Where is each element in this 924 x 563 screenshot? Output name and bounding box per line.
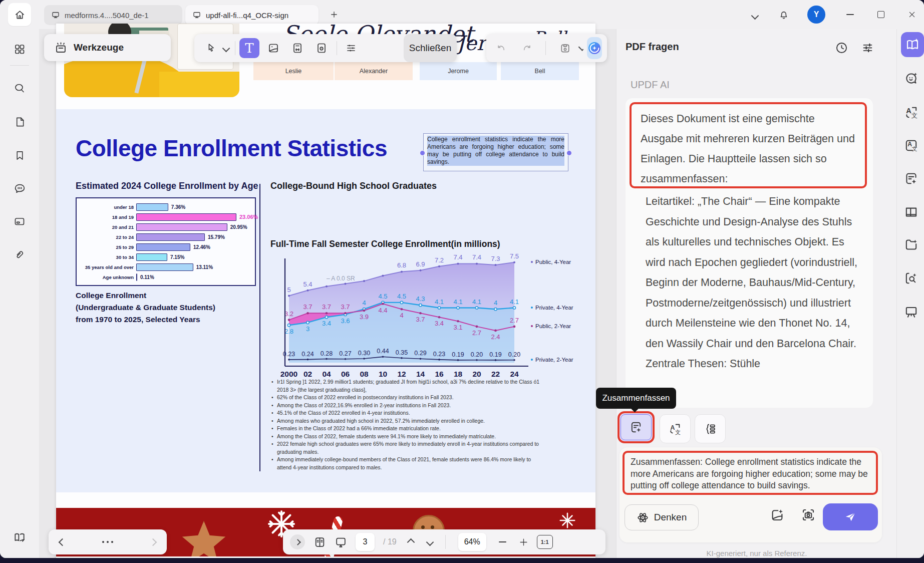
schliessen-label: Schließen <box>409 43 452 54</box>
summarize-doc-button[interactable] <box>903 170 919 186</box>
signature-field[interactable]: Alexander <box>335 62 413 80</box>
presentation-button[interactable] <box>335 536 347 548</box>
text-tool-button[interactable]: T <box>239 38 259 58</box>
properties-button[interactable] <box>341 38 361 58</box>
prompt-text-highlighted[interactable]: Zusammenfassen: College enrollment stati… <box>623 451 878 495</box>
svg-text:02: 02 <box>303 370 312 378</box>
cursor-tool-button[interactable] <box>201 38 221 58</box>
new-tab-button[interactable] <box>327 7 342 22</box>
svg-text:5: 5 <box>287 286 290 294</box>
ai-chat-button[interactable] <box>903 70 919 86</box>
ai-chat-icon <box>904 71 918 86</box>
svg-text:08: 08 <box>360 370 369 378</box>
nav-forward-button[interactable] <box>149 538 157 546</box>
bar <box>136 203 168 211</box>
pdf-bullet: 62% of the Class of 2022 enrolled in pos… <box>271 394 544 402</box>
pdf-bullet: Among the Class of 2022, female students… <box>271 433 544 441</box>
translate-text-button[interactable]: A 文 <box>903 104 919 120</box>
sidebar-reader-button[interactable] <box>10 527 30 547</box>
pdf-bullet: Females in the Class of 2022 had a 66% i… <box>271 425 544 433</box>
translate-text-icon: A 文 <box>904 105 918 120</box>
zoom-level: 64% <box>464 537 480 546</box>
translate-action-button[interactable]: A 文 <box>660 414 691 443</box>
svg-text:0.30: 0.30 <box>358 350 370 357</box>
svg-text:3.7: 3.7 <box>303 303 312 311</box>
summarize-action-button[interactable] <box>618 411 655 443</box>
minimize-button[interactable] <box>842 7 857 22</box>
ai-folder-button[interactable] <box>903 236 919 252</box>
tab-label: updf-all-fi...q4_OCR-sign <box>206 11 288 20</box>
signature-field[interactable]: Leslie <box>253 62 334 80</box>
selection-handle-right[interactable] <box>566 150 572 156</box>
add-image-icon <box>770 507 785 522</box>
summarize-doc-icon <box>904 171 918 186</box>
sidebar-apps-button[interactable] <box>10 39 30 59</box>
zoom-level-input[interactable]: 64% <box>458 533 486 551</box>
whiteboard-button[interactable] <box>903 304 919 320</box>
stamp-tool-button[interactable] <box>312 38 332 58</box>
send-button[interactable] <box>823 503 878 530</box>
page-icon <box>14 116 26 128</box>
svg-text:4.4: 4.4 <box>378 307 387 314</box>
sidebar-comments-button[interactable] <box>10 178 30 198</box>
add-image-button[interactable] <box>770 507 785 522</box>
edit-toolbar: T <box>194 34 457 62</box>
bar <box>136 263 193 271</box>
bar-row: under 187.36% <box>79 202 252 212</box>
schliessen-button[interactable]: Schließen <box>404 34 457 62</box>
sidebar-fields-button[interactable] <box>10 211 30 231</box>
tabs-overflow-button[interactable] <box>747 8 762 23</box>
expand-thumbnails-button[interactable] <box>290 534 305 549</box>
sidebar-pages-button[interactable] <box>10 112 30 132</box>
outline-action-button[interactable] <box>695 414 726 443</box>
bar-category-label: 30 to 34 <box>79 254 136 260</box>
maximize-button[interactable] <box>873 7 888 22</box>
werkzeuge-button[interactable]: Werkzeuge <box>44 34 171 61</box>
reader-book-button[interactable] <box>903 204 919 220</box>
notifications-button[interactable] <box>776 7 791 22</box>
link-tool-button[interactable] <box>287 38 307 58</box>
svg-text:4: 4 <box>362 299 366 307</box>
search-icon <box>14 82 26 94</box>
next-page-button[interactable] <box>426 538 434 546</box>
undo-button[interactable] <box>491 38 511 58</box>
selection-handle-left[interactable] <box>420 150 425 156</box>
gingerbread-star <box>181 521 226 556</box>
bar <box>136 243 190 251</box>
home-button[interactable] <box>8 3 31 26</box>
ai-search-button[interactable] <box>903 270 919 286</box>
signature-field[interactable]: Jerome <box>420 62 497 80</box>
more-pages-button[interactable] <box>102 541 113 543</box>
save-button[interactable] <box>555 38 575 58</box>
image-tool-button[interactable] <box>263 38 283 58</box>
zoom-in-button[interactable] <box>519 537 528 547</box>
pdf-page: Soole Olevandet Jer Bell LeslieAlexander… <box>56 24 595 558</box>
sidebar-search-button[interactable] <box>10 78 30 98</box>
save-dropdown-chevron[interactable] <box>578 46 584 51</box>
history-button[interactable] <box>835 41 848 55</box>
previous-page-button[interactable] <box>407 538 415 546</box>
think-mode-button[interactable]: Denken <box>625 504 699 530</box>
translate-page-button[interactable]: A 文 <box>903 137 919 153</box>
tab-document-1[interactable]: medforms.4....5040_de-1 <box>44 5 182 25</box>
ask-pdf-button[interactable] <box>901 32 924 57</box>
panel-settings-button[interactable] <box>861 41 874 55</box>
cursor-dropdown-chevron[interactable] <box>222 44 230 52</box>
spread-view-button[interactable] <box>314 536 326 548</box>
actual-size-button[interactable]: 1:1 <box>537 535 553 549</box>
screenshot-button[interactable] <box>801 507 816 522</box>
page-number-input[interactable]: 3 <box>356 533 375 551</box>
signature-field[interactable]: Bell <box>501 62 579 80</box>
selected-text-box[interactable]: College enrollment statistics indicate t… <box>423 133 568 171</box>
zoom-out-button[interactable] <box>499 541 506 542</box>
nav-back-button[interactable] <box>59 538 67 546</box>
sidebar-attachment-button[interactable] <box>10 244 30 264</box>
ai-assistant-button[interactable] <box>587 37 602 59</box>
send-icon <box>844 510 857 523</box>
close-button[interactable] <box>904 7 919 22</box>
svg-text:0.23: 0.23 <box>433 351 445 358</box>
bar-chart: under 187.36%18 and 1923.06%20 and 2120.… <box>76 197 256 286</box>
sidebar-bookmark-button[interactable] <box>10 145 30 165</box>
redo-button[interactable] <box>516 38 536 58</box>
user-avatar[interactable]: Y <box>807 6 825 24</box>
